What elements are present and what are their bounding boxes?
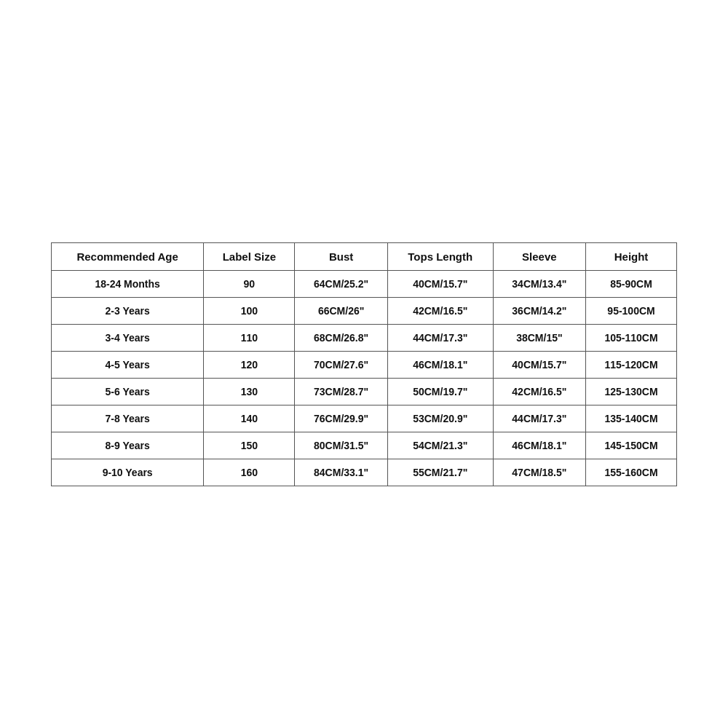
header-tops-length: Tops Length [387, 242, 493, 270]
cell-sleeve: 34CM/13.4" [493, 270, 585, 297]
size-chart-table: Recommended Age Label Size Bust Tops Len… [51, 242, 677, 486]
cell-bust: 76CM/29.9" [295, 405, 387, 432]
table-header-row: Recommended Age Label Size Bust Tops Len… [52, 242, 677, 270]
page-wrapper: Recommended Age Label Size Bust Tops Len… [0, 0, 728, 728]
cell-height: 145-150CM [586, 432, 677, 459]
cell-bust: 73CM/28.7" [295, 378, 387, 405]
cell-bust: 68CM/26.8" [295, 324, 387, 351]
cell-tops-length: 42CM/16.5" [387, 297, 493, 324]
cell-height: 125-130CM [586, 378, 677, 405]
cell-height: 135-140CM [586, 405, 677, 432]
cell-age: 3-4 Years [52, 324, 204, 351]
cell-height: 105-110CM [586, 324, 677, 351]
header-height: Height [586, 242, 677, 270]
cell-tops-length: 46CM/18.1" [387, 351, 493, 378]
cell-height: 155-160CM [586, 459, 677, 486]
cell-tops-length: 40CM/15.7" [387, 270, 493, 297]
cell-label-size: 130 [204, 378, 295, 405]
table-row: 7-8 Years14076CM/29.9"53CM/20.9"44CM/17.… [52, 405, 677, 432]
cell-label-size: 110 [204, 324, 295, 351]
cell-sleeve: 38CM/15" [493, 324, 585, 351]
cell-height: 115-120CM [586, 351, 677, 378]
cell-label-size: 160 [204, 459, 295, 486]
cell-tops-length: 54CM/21.3" [387, 432, 493, 459]
cell-age: 2-3 Years [52, 297, 204, 324]
cell-sleeve: 47CM/18.5" [493, 459, 585, 486]
table-row: 9-10 Years16084CM/33.1"55CM/21.7"47CM/18… [52, 459, 677, 486]
table-row: 18-24 Months9064CM/25.2"40CM/15.7"34CM/1… [52, 270, 677, 297]
cell-label-size: 150 [204, 432, 295, 459]
header-label-size: Label Size [204, 242, 295, 270]
cell-age: 9-10 Years [52, 459, 204, 486]
cell-label-size: 120 [204, 351, 295, 378]
cell-height: 95-100CM [586, 297, 677, 324]
header-bust: Bust [295, 242, 387, 270]
header-sleeve: Sleeve [493, 242, 585, 270]
cell-bust: 64CM/25.2" [295, 270, 387, 297]
cell-age: 7-8 Years [52, 405, 204, 432]
cell-bust: 80CM/31.5" [295, 432, 387, 459]
cell-label-size: 100 [204, 297, 295, 324]
cell-tops-length: 50CM/19.7" [387, 378, 493, 405]
cell-height: 85-90CM [586, 270, 677, 297]
table-row: 4-5 Years12070CM/27.6"46CM/18.1"40CM/15.… [52, 351, 677, 378]
table-row: 5-6 Years13073CM/28.7"50CM/19.7"42CM/16.… [52, 378, 677, 405]
cell-bust: 70CM/27.6" [295, 351, 387, 378]
cell-bust: 66CM/26" [295, 297, 387, 324]
cell-age: 18-24 Months [52, 270, 204, 297]
cell-tops-length: 55CM/21.7" [387, 459, 493, 486]
cell-tops-length: 44CM/17.3" [387, 324, 493, 351]
cell-sleeve: 42CM/16.5" [493, 378, 585, 405]
cell-sleeve: 36CM/14.2" [493, 297, 585, 324]
cell-tops-length: 53CM/20.9" [387, 405, 493, 432]
cell-age: 5-6 Years [52, 378, 204, 405]
cell-bust: 84CM/33.1" [295, 459, 387, 486]
cell-age: 8-9 Years [52, 432, 204, 459]
table-row: 8-9 Years15080CM/31.5"54CM/21.3"46CM/18.… [52, 432, 677, 459]
cell-label-size: 140 [204, 405, 295, 432]
cell-sleeve: 44CM/17.3" [493, 405, 585, 432]
cell-age: 4-5 Years [52, 351, 204, 378]
cell-sleeve: 40CM/15.7" [493, 351, 585, 378]
table-row: 2-3 Years10066CM/26"42CM/16.5"36CM/14.2"… [52, 297, 677, 324]
cell-label-size: 90 [204, 270, 295, 297]
cell-sleeve: 46CM/18.1" [493, 432, 585, 459]
header-recommended-age: Recommended Age [52, 242, 204, 270]
size-chart-container: Recommended Age Label Size Bust Tops Len… [51, 242, 677, 486]
table-row: 3-4 Years11068CM/26.8"44CM/17.3"38CM/15"… [52, 324, 677, 351]
